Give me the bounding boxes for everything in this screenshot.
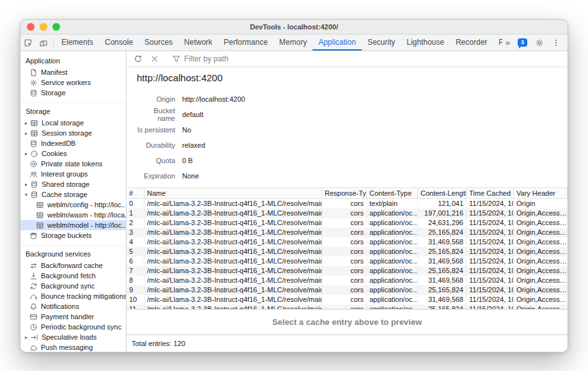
column-header-[interactable]: #: [127, 188, 144, 198]
sidebar-item-weblm-model-http-loc[interactable]: weblm/model - http://loc...: [20, 220, 126, 230]
cell-time-cached: 11/15/2024, 10…: [467, 257, 514, 266]
sidebar-item-notifications[interactable]: Notifications: [20, 301, 126, 312]
sidebar-item-cookies[interactable]: ▸Cookies: [20, 148, 126, 159]
tab-elements[interactable]: Elements: [56, 35, 99, 51]
cell-name: /mlc-ai/Llama-3.2-3B-Instruct-q4f16_1-ML…: [144, 218, 322, 228]
column-header-content-length[interactable]: Content-Length: [418, 188, 467, 198]
tree-collapsed-arrow-icon[interactable]: ▸: [23, 130, 29, 136]
table-row[interactable]: 11/mlc-ai/Llama-3.2-3B-Instruct-q4f16_1-…: [127, 304, 568, 309]
tree-collapsed-arrow-icon[interactable]: ▸: [23, 182, 29, 187]
tab-memory[interactable]: Memory: [274, 35, 313, 51]
minimize-window-button[interactable]: [40, 23, 47, 31]
sidebar-item-shared-storage[interactable]: ▸Shared storage: [20, 179, 126, 189]
tab-performance-insights[interactable]: Performance insights: [493, 35, 502, 51]
tab-application[interactable]: Application: [313, 35, 362, 51]
sidebar-item-service-workers[interactable]: Service workers: [20, 77, 126, 88]
sidebar-item-cache-storage[interactable]: ▾Cache storage: [20, 189, 126, 200]
table-row[interactable]: 2/mlc-ai/Llama-3.2-3B-Instruct-q4f16_1-M…: [127, 218, 568, 228]
close-window-button[interactable]: [27, 23, 35, 31]
sidebar-item-label: Storage: [41, 89, 66, 97]
sidebar-item-label: Shared storage: [42, 180, 89, 188]
tree-collapsed-arrow-icon[interactable]: ▸: [23, 151, 29, 157]
cell-: 10: [127, 295, 144, 304]
devtools-tabbar: ElementsConsoleSourcesNetworkPerformance…: [20, 35, 568, 51]
sidebar-item-periodic-background-sync[interactable]: Periodic background sync: [20, 322, 126, 332]
settings-button[interactable]: [532, 38, 547, 47]
sidebar-item-push-messaging[interactable]: Push messaging: [20, 342, 126, 352]
more-tabs-button[interactable]: »: [502, 38, 513, 47]
sidebar-item-private-state-tokens[interactable]: Private state tokens: [20, 159, 126, 169]
zoom-window-button[interactable]: [52, 23, 60, 31]
devtools-body: ApplicationManifestService workersStorag…: [20, 51, 568, 352]
table-row[interactable]: 7/mlc-ai/Llama-3.2-3B-Instruct-q4f16_1-M…: [127, 266, 568, 276]
total-entries-label: Total entries: 120: [132, 340, 185, 347]
refresh-button[interactable]: [130, 54, 146, 63]
sidebar-section-title: Application: [20, 52, 126, 67]
table-icon: [36, 201, 44, 209]
column-header-content-type[interactable]: Content-Type: [367, 188, 418, 198]
cell-vary-header: Origin,Access…: [514, 285, 568, 295]
sidebar-item-background-fetch[interactable]: Background fetch: [20, 271, 126, 281]
sidebar-item-session-storage[interactable]: ▸Session storage: [20, 128, 126, 138]
table-row[interactable]: 5/mlc-ai/Llama-3.2-3B-Instruct-q4f16_1-M…: [127, 247, 568, 257]
sidebar-item-local-storage[interactable]: ▸Local storage: [20, 118, 126, 128]
delete-selected-button[interactable]: [147, 54, 162, 63]
tab-lighthouse[interactable]: Lighthouse: [401, 35, 450, 51]
device-toolbar-button[interactable]: [36, 35, 51, 51]
sidebar-item-indexeddb[interactable]: IndexedDB: [20, 138, 126, 148]
cell-response-type: cors: [322, 304, 367, 309]
table-row[interactable]: 0/mlc-ai/Llama-3.2-3B-Instruct-q4f16_1-M…: [127, 199, 568, 209]
sidebar-item-payment-handler[interactable]: Payment handler: [20, 312, 126, 322]
cell-content-type: application/oc…: [367, 247, 418, 257]
table-row[interactable]: 3/mlc-ai/Llama-3.2-3B-Instruct-q4f16_1-M…: [127, 228, 568, 237]
close-icon: [150, 54, 159, 63]
sidebar-item-weblm-config-http-loc[interactable]: weblm/config - http://loc...: [20, 200, 126, 210]
issues-button[interactable]: 3: [514, 38, 530, 47]
table-row[interactable]: 10/mlc-ai/Llama-3.2-3B-Instruct-q4f16_1-…: [127, 295, 568, 304]
cell-time-cached: 11/15/2024, 10…: [467, 247, 514, 257]
sidebar-item-back-forward-cache[interactable]: Back/forward cache: [20, 260, 126, 271]
inspect-element-button[interactable]: [20, 35, 36, 51]
sidebar-item-speculative-loads[interactable]: ▸Speculative loads: [20, 332, 126, 342]
tab-security[interactable]: Security: [362, 35, 401, 51]
tab-sources[interactable]: Sources: [139, 35, 178, 51]
table-row[interactable]: 4/mlc-ai/Llama-3.2-3B-Instruct-q4f16_1-M…: [127, 237, 568, 247]
cell-content-length: 197,001,216: [418, 209, 467, 218]
sidebar-section-background-services: Background servicesBack/forward cacheBac…: [20, 245, 126, 352]
sidebar-item-label: Storage buckets: [41, 232, 92, 239]
sidebar-item-interest-groups[interactable]: Interest groups: [20, 169, 126, 179]
cell-time-cached: 11/15/2024, 10…: [467, 295, 514, 304]
tab-performance[interactable]: Performance: [218, 35, 274, 51]
tab-label: Recorder: [456, 38, 487, 47]
application-sidebar: ApplicationManifestService workersStorag…: [20, 51, 127, 352]
table-row[interactable]: 1/mlc-ai/Llama-3.2-3B-Instruct-q4f16_1-M…: [127, 209, 568, 218]
sidebar-item-storage-buckets[interactable]: Storage buckets: [20, 230, 126, 241]
tree-expanded-arrow-icon[interactable]: ▾: [23, 192, 29, 198]
tree-collapsed-arrow-icon[interactable]: ▸: [23, 335, 29, 340]
tab-recorder[interactable]: Recorder: [450, 35, 493, 51]
cell-content-length: 25,165,824: [418, 228, 467, 237]
tab-console[interactable]: Console: [99, 35, 139, 51]
cell-name: /mlc-ai/Llama-3.2-3B-Instruct-q4f16_1-ML…: [144, 304, 322, 309]
tree-collapsed-arrow-icon[interactable]: ▸: [23, 120, 29, 126]
customize-menu-button[interactable]: [548, 38, 564, 47]
token-icon: [29, 160, 38, 168]
sidebar-item-label: Private state tokens: [41, 160, 103, 168]
column-header-response-type[interactable]: Response-Type: [322, 188, 367, 198]
table-row[interactable]: 6/mlc-ai/Llama-3.2-3B-Instruct-q4f16_1-M…: [127, 257, 568, 266]
sidebar-item-weblm-wasm-http-loca[interactable]: weblm/wasm - http://loca...: [20, 210, 126, 220]
sidebar-item-background-sync[interactable]: Background sync: [20, 281, 126, 291]
column-header-vary-header[interactable]: Vary Header: [514, 188, 568, 198]
filter-input[interactable]: Filter by path: [169, 54, 228, 63]
column-header-name[interactable]: Name: [144, 188, 322, 198]
sidebar-item-manifest[interactable]: Manifest: [20, 67, 126, 77]
column-header-time-cached[interactable]: Time Cached: [467, 188, 514, 198]
table-row[interactable]: 8/mlc-ai/Llama-3.2-3B-Instruct-q4f16_1-M…: [127, 276, 568, 285]
cell-name: /mlc-ai/Llama-3.2-3B-Instruct-q4f16_1-ML…: [144, 228, 322, 237]
sidebar-item-bounce-tracking-mitigations[interactable]: Bounce tracking mitigations: [20, 291, 126, 301]
metadata-row-expiration: ExpirationNone: [137, 168, 568, 184]
tab-network[interactable]: Network: [178, 35, 218, 51]
table-row[interactable]: 9/mlc-ai/Llama-3.2-3B-Instruct-q4f16_1-M…: [127, 285, 568, 295]
sidebar-item-storage[interactable]: Storage: [20, 88, 126, 98]
statusbar: Total entries: 120: [127, 335, 568, 352]
